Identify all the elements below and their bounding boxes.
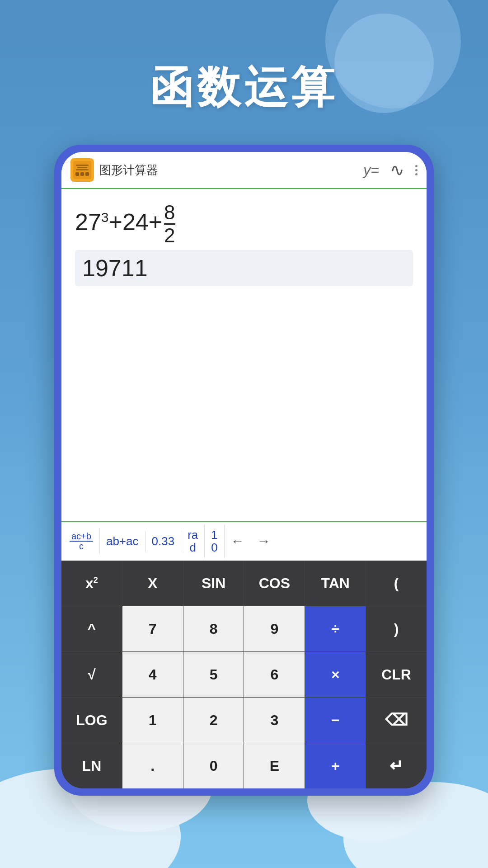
key-4[interactable]: 4 xyxy=(122,652,183,697)
key-sqrt[interactable]: √ xyxy=(61,652,122,697)
keyboard-row-5: LN . 0 E + ↵ xyxy=(61,743,427,788)
toolbar-radian-button[interactable]: ra d xyxy=(181,525,205,558)
key-8[interactable]: 8 xyxy=(183,606,244,651)
toolbar-arrow-left[interactable]: ← xyxy=(225,530,251,552)
key-5[interactable]: 5 xyxy=(183,652,244,697)
key-divide[interactable]: ÷ xyxy=(305,606,366,651)
expression-middle: +24+ xyxy=(109,209,163,235)
toolbar-fraction-button[interactable]: ac+b c xyxy=(63,528,100,554)
key-1[interactable]: 1 xyxy=(122,698,183,743)
toolbar-distribute-button[interactable]: ab+ac xyxy=(100,531,145,552)
keyboard: x2 X SIN COS TAN ( xyxy=(61,561,427,788)
result-line: 19711 xyxy=(75,250,413,286)
key-decimal[interactable]: . xyxy=(122,743,183,788)
toolbar-arrow-right[interactable]: → xyxy=(251,530,277,552)
toolbar-frac-bot: c xyxy=(77,542,85,551)
toolbar-strip: ac+b c ab+ac 0.33 ra d 1 0 ← → xyxy=(61,521,427,561)
expression-line: 273+24+ 8 2 xyxy=(75,203,413,245)
key-multiply[interactable]: × xyxy=(305,652,366,697)
key-sin[interactable]: SIN xyxy=(183,561,244,606)
phone-screen: 图形计算器 y= ∿ 273+24+ 8 2 19711 xyxy=(61,152,427,788)
app-title: 图形计算器 xyxy=(99,162,358,178)
keyboard-row-1: x2 X SIN COS TAN ( xyxy=(61,561,427,606)
key-tan[interactable]: TAN xyxy=(305,561,366,606)
key-backspace[interactable]: ⌫ xyxy=(366,698,427,743)
key-clr[interactable]: CLR xyxy=(366,652,427,697)
enter-icon: ↵ xyxy=(389,756,403,775)
key-0[interactable]: 0 xyxy=(183,743,244,788)
fraction-denominator: 2 xyxy=(164,225,175,245)
key-close-paren[interactable]: ) xyxy=(366,606,427,651)
key-power[interactable]: ^ xyxy=(61,606,122,651)
key-2[interactable]: 2 xyxy=(183,698,244,743)
key-e[interactable]: E xyxy=(244,743,305,788)
phone-frame: 图形计算器 y= ∿ 273+24+ 8 2 19711 xyxy=(54,145,434,796)
toolbar-frac-top: ac+b xyxy=(70,532,93,542)
key-x-squared[interactable]: x2 xyxy=(61,561,122,606)
key-add[interactable]: + xyxy=(305,743,366,788)
key-open-paren[interactable]: ( xyxy=(366,561,427,606)
key-ln[interactable]: LN xyxy=(61,743,122,788)
fraction-display: 8 2 xyxy=(164,203,175,245)
display-area: 273+24+ 8 2 19711 xyxy=(61,189,427,521)
page-title: 函数运算 xyxy=(0,59,488,118)
fraction-numerator: 8 xyxy=(164,203,175,225)
key-9[interactable]: 9 xyxy=(244,606,305,651)
app-topbar: 图形计算器 y= ∿ xyxy=(61,152,427,189)
key-7[interactable]: 7 xyxy=(122,606,183,651)
key-3[interactable]: 3 xyxy=(244,698,305,743)
keyboard-row-3: √ 4 5 6 × CLR xyxy=(61,652,427,698)
toolbar-decimal-button[interactable]: 0.33 xyxy=(145,531,182,552)
topbar-actions: y= ∿ xyxy=(363,160,418,180)
key-cos[interactable]: COS xyxy=(244,561,305,606)
topbar-y-button[interactable]: y= xyxy=(363,162,379,179)
topbar-wave-button[interactable]: ∿ xyxy=(390,160,404,180)
key-x[interactable]: X xyxy=(122,561,183,606)
expression-exponent: 3 xyxy=(101,210,109,225)
key-log[interactable]: LOG xyxy=(61,698,122,743)
key-enter[interactable]: ↵ xyxy=(366,743,427,788)
keyboard-row-4: LOG 1 2 3 − ⌫ xyxy=(61,698,427,743)
toolbar-mode-button[interactable]: 1 0 xyxy=(205,525,224,558)
topbar-menu-button[interactable] xyxy=(415,165,418,175)
key-6[interactable]: 6 xyxy=(244,652,305,697)
app-icon xyxy=(70,158,94,182)
key-subtract[interactable]: − xyxy=(305,698,366,743)
keyboard-row-2: ^ 7 8 9 ÷ ) xyxy=(61,606,427,652)
expression-base: 27 xyxy=(75,209,101,235)
backspace-icon: ⌫ xyxy=(385,711,408,730)
